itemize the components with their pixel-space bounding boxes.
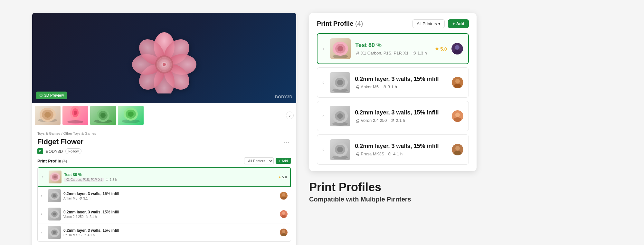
clock-icon-2: ⏱ (391, 118, 394, 123)
profile-arrow-left-2[interactable]: ‹ (41, 212, 46, 216)
clock-icon-3: ⏱ (388, 152, 392, 156)
card-printer-select[interactable]: All Printers ▾ (412, 19, 445, 28)
svg-point-32 (53, 176, 57, 179)
profile-arrow-left-0[interactable]: ‹ (42, 175, 47, 179)
profile-meta-1: Anker M5 ⏱ 3.1 h (63, 197, 280, 200)
plus-icon: + (452, 21, 455, 26)
profile-meta-0: X1 Carbon, P1S, P1P, X1 ⏱ 1.3 h (64, 178, 278, 182)
card-arrow-left-2[interactable]: ‹ (322, 113, 324, 119)
profiles-card: Print Profile (4) All Printers ▾ + Add (309, 13, 477, 171)
svg-point-37 (282, 193, 285, 196)
profile-card-large-2[interactable]: ‹ 0.2mm layer, 3 walls, 15% infill 🖨 (317, 101, 469, 131)
main-image-bg (32, 13, 296, 103)
product-title: Fidget Flower (37, 138, 83, 146)
profile-name-large-1: 0.2mm layer, 3 walls, 15% infill (355, 76, 447, 83)
profile-content-large-0: Test 80 % 🖨 X1 Carbon, P1S, P1P, X1 ⏱ 1.… (355, 42, 430, 56)
preview-badge[interactable]: ⬡ 3D Preview (36, 92, 67, 99)
svg-point-75 (337, 147, 343, 152)
breadcrumb: Toys & Games / Other Toys & Games (37, 132, 291, 135)
profile-thumb-0 (49, 171, 62, 183)
svg-point-49 (282, 230, 285, 233)
profile-thumb-large-0 (330, 38, 351, 59)
chevron-down-icon: ▾ (438, 21, 440, 26)
product-3d-image (129, 23, 200, 93)
thumbnail-1[interactable] (35, 106, 61, 125)
thumbnail-row: › (32, 103, 296, 128)
card-add-button[interactable]: + Add (448, 19, 469, 28)
author-name: BODY3D (46, 149, 63, 154)
profile-name-2: 0.2mm layer, 3 walls, 15% infill (63, 210, 280, 214)
profile-arrow-left-3[interactable]: ‹ (41, 230, 46, 235)
printer-chip-0: X1 Carbon, P1S, P1P, X1 (64, 178, 104, 182)
profile-card-large-0[interactable]: ‹ Test 80 % 🖨 X1 Carbon, P1S, P1P, X (317, 33, 469, 64)
svg-point-70 (455, 113, 460, 117)
thumbnail-2[interactable] (62, 106, 88, 125)
profile-thumb-1 (48, 189, 61, 202)
svg-point-13 (163, 63, 166, 66)
profile-arrow-left-1[interactable]: ‹ (41, 193, 46, 198)
profile-thumb-large-2 (330, 106, 350, 126)
profile-card-large-1[interactable]: ‹ 0.2mm layer, 3 walls, 15% infill 🖨 (317, 67, 469, 98)
card-arrow-left-0[interactable]: ‹ (323, 46, 324, 52)
meta-chip-time-1: ⏱ 3.1 h (383, 84, 397, 89)
meta-chip-time-2: ⏱ 2.1 h (391, 118, 405, 123)
time-2: ⏱ 2.1 h (85, 215, 97, 219)
clock-icon-1: ⏱ (383, 85, 386, 89)
profile-star-rating-0: ★ 5.0 (435, 46, 447, 52)
profile-avatar-large-3 (452, 144, 463, 155)
profile-item-3[interactable]: ‹ 0.2mm layer, 3 walls, 15% infill Prusa… (38, 223, 291, 241)
profile-meta-large-0: 🖨 X1 Carbon, P1S, P1P, X1 ⏱ 1.3 h (355, 51, 430, 56)
author-icon: B (37, 148, 43, 154)
meta-chip-printer-0: 🖨 X1 Carbon, P1S, P1P, X1 (355, 51, 408, 56)
avatar-2 (280, 210, 288, 218)
svg-point-68 (337, 113, 343, 119)
author-row: B BODY3D Follow (37, 148, 291, 154)
profile-name-large-3: 0.2mm layer, 3 walls, 15% infill (355, 143, 447, 150)
print-profiles-subtitle: Compatible with Multiple Pirnters (309, 196, 612, 203)
bottom-text-section: Print Profiles Compatible with Multiple … (309, 178, 612, 206)
profile-thumb-large-1 (330, 72, 350, 93)
profile-name-large-2: 0.2mm layer, 3 walls, 15% infill (355, 109, 447, 116)
profile-avatar-large-1 (452, 77, 463, 88)
time-0: ⏱ 1.3 h (106, 178, 117, 181)
card-arrow-left-3[interactable]: ‹ (322, 147, 324, 152)
more-button[interactable]: ⋯ (282, 137, 291, 146)
avatar-3 (280, 229, 288, 236)
star-icon-0: ★ (278, 175, 281, 179)
printer-2: Voron 2.4 250 (63, 215, 83, 219)
thumbnail-next-arrow[interactable]: › (286, 112, 294, 119)
profile-meta-2: Voron 2.4 250 ⏱ 2.1 h (63, 215, 280, 219)
add-profile-button[interactable]: + Add (276, 158, 291, 164)
svg-point-43 (282, 211, 285, 215)
time-3: ⏱ 4.1 h (83, 233, 95, 237)
card-filter-row: All Printers ▾ + Add (412, 19, 469, 28)
profile-info-2: 0.2mm layer, 3 walls, 15% infill Voron 2… (63, 210, 280, 219)
printer-icon-1: 🖨 (355, 84, 359, 90)
profile-info-0: Test 80 % X1 Carbon, P1S, P1P, X1 ⏱ 1.3 … (64, 172, 278, 182)
product-info: Toys & Games / Other Toys & Games Fidget… (32, 128, 296, 154)
svg-point-77 (455, 146, 460, 151)
svg-point-18 (67, 120, 83, 123)
profile-card-large-3[interactable]: ‹ 0.2mm layer, 3 walls, 15% infill 🖨 (317, 134, 469, 165)
profile-item-2[interactable]: ‹ 0.2mm layer, 3 walls, 15% infill Voron… (38, 205, 291, 223)
printer-filter: All Printers + Add (244, 157, 291, 164)
profile-item-featured[interactable]: ‹ Test 80 % X1 Carbon, P1S, P1P, X1 ⏱ 1.… (38, 167, 291, 187)
watermark-text: BODY3D (275, 94, 292, 99)
card-arrow-left-1[interactable]: ‹ (322, 80, 324, 85)
printer-3: Prusa MK3S (63, 233, 81, 237)
follow-button[interactable]: Follow (65, 148, 81, 154)
svg-point-21 (74, 111, 77, 115)
thumbnail-3[interactable] (90, 106, 116, 125)
action-bar: Open in Bambu Studio ⬇ 574 (32, 242, 296, 245)
profile-name-0: Test 80 % (64, 172, 278, 177)
meta-chip-time-3: ⏱ 4.1 h (388, 152, 402, 156)
thumbnail-4[interactable] (118, 106, 144, 125)
svg-point-47 (53, 231, 56, 234)
profile-list-small: ‹ Test 80 % X1 Carbon, P1S, P1P, X1 ⏱ 1.… (37, 167, 291, 242)
svg-point-29 (128, 112, 134, 117)
printer-filter-select[interactable]: All Printers (244, 157, 274, 164)
product-panel: ⬡ 3D Preview BODY3D (32, 13, 296, 245)
profile-item-1[interactable]: ‹ 0.2mm layer, 3 walls, 15% infill Anker… (38, 187, 291, 205)
profile-name-1: 0.2mm layer, 3 walls, 15% infill (63, 191, 280, 196)
svg-point-56 (455, 45, 459, 50)
